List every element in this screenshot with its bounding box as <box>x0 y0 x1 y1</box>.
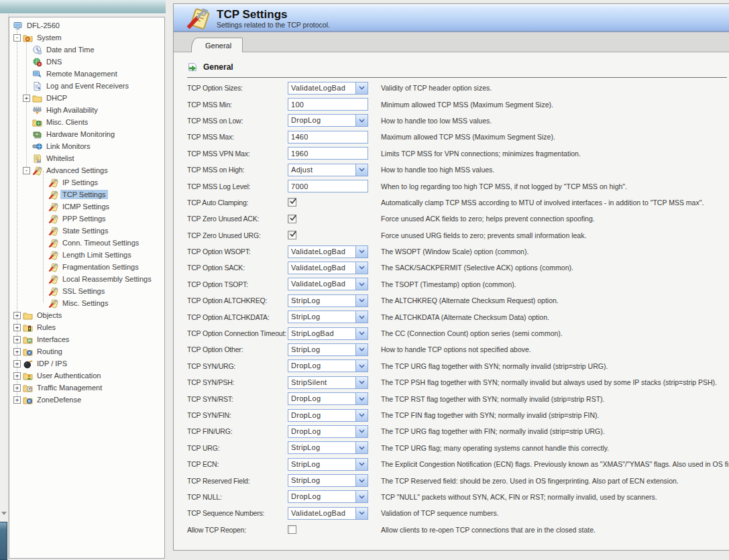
dropdown-arrow-icon[interactable] <box>355 393 368 404</box>
expand-toggle-icon[interactable]: + <box>13 384 21 392</box>
dropdown-arrow-icon[interactable] <box>355 360 368 372</box>
expand-toggle-icon[interactable]: + <box>13 396 21 404</box>
tree-item-label[interactable]: ICMP Settings <box>60 202 111 211</box>
dropdown-arrow-icon[interactable] <box>355 311 368 323</box>
dropdown-arrow-icon[interactable] <box>355 475 368 486</box>
tree-item-label[interactable]: Misc. Settings <box>60 298 110 308</box>
tree-item-rules[interactable]: +Rules <box>9 321 164 333</box>
tree-item-conn-timeout-settings[interactable]: Conn. Timeout Settings <box>9 237 164 249</box>
dropdown-arrow-icon[interactable] <box>355 410 368 421</box>
select-tcp-option-sack[interactable]: ValidateLogBad <box>288 262 368 274</box>
tree-item-system[interactable]: -System <box>9 32 164 44</box>
tree-item-icmp-settings[interactable]: ICMP Settings <box>9 201 164 213</box>
select-tcp-syn-psh[interactable]: StripSilent <box>288 376 368 389</box>
tree-item-interfaces[interactable]: +Interfaces <box>9 333 164 345</box>
select-tcp-mss-on-low[interactable]: DropLog <box>288 114 368 127</box>
dropdown-arrow-icon[interactable] <box>355 295 368 306</box>
dropdown-arrow-icon[interactable] <box>355 328 368 339</box>
tree-item-label[interactable]: Objects <box>35 311 64 320</box>
tab-general[interactable]: General <box>191 38 243 52</box>
select-tcp-sequence-numbers[interactable]: ValidateLogBad <box>288 507 368 520</box>
tree-item-label[interactable]: Misc. Clients <box>44 117 90 127</box>
tree-item-link-monitors[interactable]: Link Monitors <box>9 140 164 152</box>
select-tcp-urg[interactable]: StripLog <box>288 441 368 454</box>
scroll-down-icon[interactable] <box>1 512 7 515</box>
dropdown-arrow-icon[interactable] <box>355 262 368 274</box>
tree-item-label[interactable]: Advanced Settings <box>44 166 110 175</box>
dropdown-arrow-icon[interactable] <box>355 278 368 290</box>
tree-item-label[interactable]: Rules <box>35 323 58 332</box>
tree-item-label[interactable]: High Availability <box>44 105 100 115</box>
select-tcp-reserved-field[interactable]: StripLog <box>288 474 368 487</box>
tree-item-advanced-settings[interactable]: -Advanced Settings <box>9 164 164 176</box>
tree-item-label[interactable]: Interfaces <box>35 335 71 344</box>
tree-item-local-reassembly-settings[interactable]: Local Reassembly Settings <box>9 273 164 285</box>
checkbox-tcp-zero-unused-urg[interactable] <box>288 231 296 239</box>
tree-item-date-and-time[interactable]: Date and Time <box>9 44 164 56</box>
tree-item-label[interactable]: State Settings <box>60 226 111 235</box>
checkbox-tcp-zero-unused-ack[interactable] <box>288 215 296 223</box>
dropdown-arrow-icon[interactable] <box>355 344 368 355</box>
dropdown-arrow-icon[interactable] <box>355 426 368 437</box>
tree-item-label[interactable]: DHCP <box>44 93 69 103</box>
tree-item-objects[interactable]: +Objects <box>9 309 164 321</box>
select-tcp-option-sizes[interactable]: ValidateLogBad <box>288 82 368 95</box>
dropdown-arrow-icon[interactable] <box>355 246 368 258</box>
select-tcp-fin-urg[interactable]: DropLog <box>288 425 368 438</box>
tree-item-idp-ips[interactable]: +IDP / IPS <box>9 357 164 370</box>
tree-item-fragmentation-settings[interactable]: Fragmentation Settings <box>9 261 164 273</box>
tree-item-hardware-monitoring[interactable]: Hardware Monitoring <box>9 128 164 140</box>
tree-item-dns[interactable]: DNS <box>9 56 164 68</box>
tree-item-label[interactable]: DFL-2560 <box>25 21 62 30</box>
tree-item-ip-settings[interactable]: IP Settings <box>9 176 164 188</box>
tree-item-label[interactable]: Whitelist <box>44 154 76 163</box>
dropdown-arrow-icon[interactable] <box>355 164 368 176</box>
select-tcp-option-other[interactable]: StripLog <box>288 343 368 356</box>
tree-item-label[interactable]: Log and Event Receivers <box>44 81 131 91</box>
dropdown-arrow-icon[interactable] <box>355 491 368 502</box>
tree-item-label[interactable]: Hardware Monitoring <box>44 129 117 139</box>
tree-item-label[interactable]: Link Monitors <box>44 142 92 151</box>
checkbox-allow-tcp-reopen[interactable] <box>288 525 296 534</box>
tree-item-label[interactable]: ZoneDefense <box>35 395 83 404</box>
tree-item-label[interactable]: System <box>35 33 64 42</box>
input-tcp-mss-max[interactable] <box>288 131 368 144</box>
tree-item-label[interactable]: SSL Settings <box>60 286 107 296</box>
input-tcp-mss-vpn-max[interactable] <box>288 147 368 160</box>
tree-item-label[interactable]: Traffic Management <box>35 383 104 392</box>
dropdown-arrow-icon[interactable] <box>355 82 368 94</box>
tree-item-log-and-event-receivers[interactable]: Log and Event Receivers <box>9 80 164 92</box>
tree-item-label[interactable]: IDP / IPS <box>35 359 69 368</box>
tree-item-ssl-settings[interactable]: SSL Settings <box>9 285 164 297</box>
expand-toggle-icon[interactable]: + <box>13 360 21 368</box>
select-tcp-option-wsopt[interactable]: ValidateLogBad <box>288 245 368 258</box>
tree-item-routing[interactable]: +Routing <box>9 345 164 357</box>
tree-item-dfl-2560[interactable]: DFL-2560 <box>9 19 164 32</box>
expand-toggle-icon[interactable]: + <box>13 312 21 319</box>
select-tcp-ecn[interactable]: StripLog <box>288 458 368 471</box>
dropdown-arrow-icon[interactable] <box>355 459 368 470</box>
tree-item-label[interactable]: DNS <box>44 57 64 66</box>
expand-toggle-icon[interactable]: + <box>13 336 21 343</box>
tree-item-misc-settings[interactable]: Misc. Settings <box>9 297 164 309</box>
tree-item-remote-management[interactable]: Remote Management <box>9 68 164 80</box>
tree-item-ppp-settings[interactable]: PPP Settings <box>9 213 164 225</box>
tree-item-dhcp[interactable]: +DHCP <box>9 92 164 104</box>
select-tcp-mss-on-high[interactable]: Adjust <box>288 164 368 176</box>
collapse-toggle-icon[interactable]: - <box>23 167 30 174</box>
tree-item-state-settings[interactable]: State Settings <box>9 225 164 237</box>
tree-item-user-authentication[interactable]: +User Authentication <box>9 370 164 382</box>
select-tcp-option-altchkreq[interactable]: StripLog <box>288 294 368 307</box>
select-tcp-option-tsopt[interactable]: ValidateLogBad <box>288 278 368 290</box>
select-tcp-option-altchkdata[interactable]: StripLog <box>288 311 368 323</box>
expand-toggle-icon[interactable]: + <box>13 324 21 331</box>
dropdown-arrow-icon[interactable] <box>355 442 368 453</box>
tree-item-tcp-settings[interactable]: TCP Settings <box>9 188 164 201</box>
tree-item-label[interactable]: Fragmentation Settings <box>60 262 141 272</box>
expand-toggle-icon[interactable]: + <box>13 348 21 355</box>
tree-item-label[interactable]: Local Reassembly Settings <box>60 274 154 284</box>
tree-item-label[interactable]: Routing <box>35 347 64 356</box>
tree-item-label[interactable]: Date and Time <box>44 45 97 54</box>
tree-item-label[interactable]: Conn. Timeout Settings <box>60 238 141 247</box>
select-tcp-null[interactable]: DropLog <box>288 490 368 503</box>
